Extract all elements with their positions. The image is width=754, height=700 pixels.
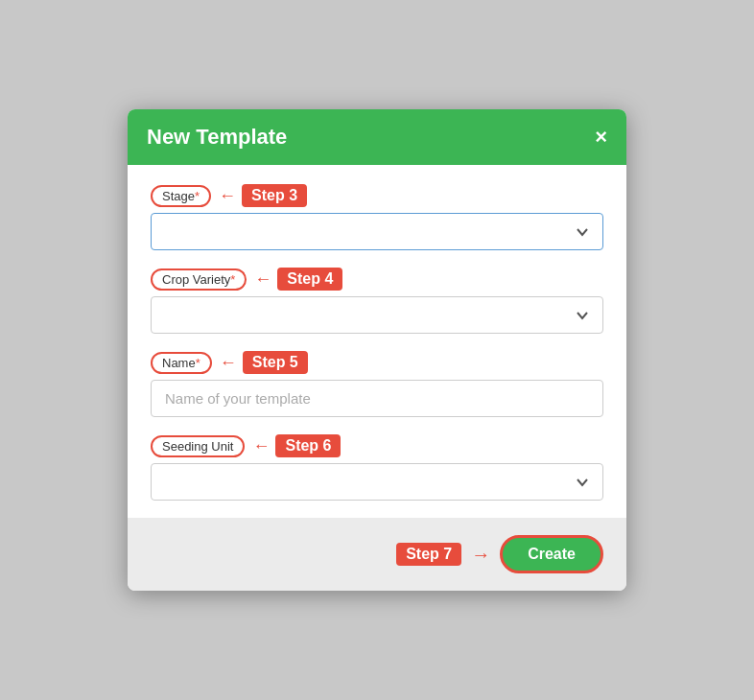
modal-header: New Template × [128,109,626,165]
seeding-unit-section: Seeding Unit ← Step 6 [151,434,603,501]
step5-badge: Step 5 [243,351,308,374]
step6-arrow-icon: ← [252,436,270,456]
step4-badge: Step 4 [277,268,342,291]
create-button[interactable]: Create [500,535,603,573]
crop-variety-label-row: Crop Variety* ← Step 4 [151,268,603,291]
stage-label: Stage* [151,185,211,207]
name-label: Name* [151,352,212,374]
stage-section: Stage* ← Step 3 [151,184,603,250]
name-section: Name* ← Step 5 [151,351,603,417]
stage-dropdown[interactable] [151,213,603,250]
modal-title: New Template [147,125,287,150]
crop-variety-section: Crop Variety* ← Step 4 [151,268,603,334]
step6-badge: Step 6 [275,434,341,457]
crop-variety-label: Crop Variety* [151,268,247,291]
name-label-row: Name* ← Step 5 [151,351,603,374]
crop-variety-dropdown[interactable] [151,296,603,334]
close-button[interactable]: × [595,127,607,148]
footer-row: Step 7 → Create [396,535,603,573]
modal-body: Stage* ← Step 3 Crop Variety* ← Step 4 [128,165,626,501]
new-template-modal: New Template × Stage* ← Step 3 [128,109,626,591]
seeding-unit-label: Seeding Unit [151,435,245,457]
step4-arrow-icon: ← [254,269,271,290]
modal-overlay: New Template × Stage* ← Step 3 [0,0,754,700]
step5-arrow-icon: ← [220,353,237,373]
seeding-unit-dropdown[interactable] [151,463,603,501]
step7-arrow-icon: → [471,544,490,566]
step7-badge: Step 7 [396,543,461,566]
stage-label-row: Stage* ← Step 3 [151,184,603,207]
step3-arrow-icon: ← [219,186,236,206]
seeding-unit-label-row: Seeding Unit ← Step 6 [151,434,603,457]
modal-footer: Step 7 → Create [128,518,626,591]
name-input[interactable] [151,380,603,417]
step3-badge: Step 3 [242,184,307,207]
